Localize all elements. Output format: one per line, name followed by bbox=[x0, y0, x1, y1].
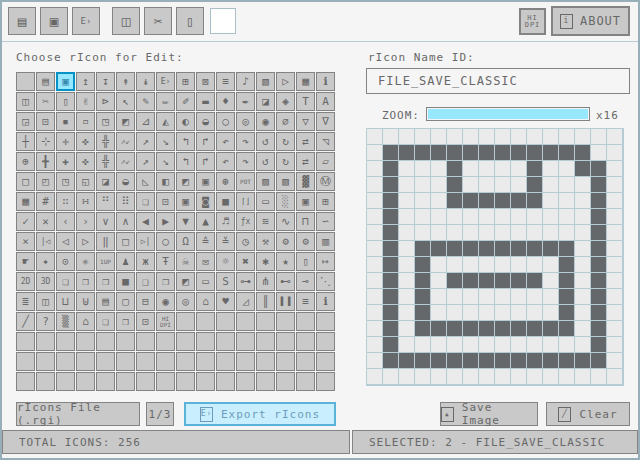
canvas-pixel-0-12[interactable] bbox=[367, 321, 383, 337]
canvas-pixel-12-0[interactable] bbox=[559, 129, 575, 145]
grid-icon-empty[interactable] bbox=[176, 312, 195, 331]
grid-icon-life-bars[interactable]: ≡ bbox=[296, 292, 315, 311]
canvas-pixel-3-4[interactable] bbox=[415, 193, 431, 209]
grid-icon-empty[interactable] bbox=[76, 332, 95, 351]
canvas-pixel-11-9[interactable] bbox=[543, 273, 559, 289]
canvas-pixel-10-9[interactable] bbox=[527, 273, 543, 289]
canvas-pixel-13-9[interactable] bbox=[575, 273, 591, 289]
canvas-pixel-15-9[interactable] bbox=[607, 273, 623, 289]
canvas-pixel-12-12[interactable] bbox=[559, 321, 575, 337]
canvas-pixel-10-3[interactable] bbox=[527, 177, 543, 193]
grid-icon-empty[interactable] bbox=[76, 352, 95, 371]
grid-icon-rubber[interactable]: ◪ bbox=[256, 92, 275, 111]
canvas-pixel-2-2[interactable] bbox=[399, 161, 415, 177]
grid-icon-empty[interactable] bbox=[296, 372, 315, 391]
grid-icon-suitcase-zip[interactable]: ⊎ bbox=[76, 292, 95, 311]
grid-icon-demon[interactable]: ☠ bbox=[176, 252, 195, 271]
canvas-pixel-3-1[interactable] bbox=[415, 145, 431, 161]
grid-icon-rotate-fill[interactable]: ↺ bbox=[256, 152, 275, 171]
canvas-pixel-9-9[interactable] bbox=[511, 273, 527, 289]
grid-icon-photo-camera[interactable]: ◉ bbox=[156, 292, 175, 311]
canvas-pixel-15-13[interactable] bbox=[607, 337, 623, 353]
grid-icon-star[interactable]: ★ bbox=[276, 252, 295, 271]
canvas-pixel-0-11[interactable] bbox=[367, 305, 383, 321]
canvas-pixel-8-6[interactable] bbox=[495, 225, 511, 241]
canvas-pixel-9-4[interactable] bbox=[511, 193, 527, 209]
canvas-pixel-13-2[interactable] bbox=[575, 161, 591, 177]
canvas-pixel-6-11[interactable] bbox=[463, 305, 479, 321]
grid-icon-empty[interactable] bbox=[36, 352, 55, 371]
grid-icon-wave[interactable]: ≋ bbox=[256, 212, 275, 231]
grid-icon-vertical-bars[interactable]: ║ bbox=[256, 292, 275, 311]
canvas-pixel-7-2[interactable] bbox=[479, 161, 495, 177]
canvas-pixel-15-11[interactable] bbox=[607, 305, 623, 321]
canvas-pixel-2-0[interactable] bbox=[399, 129, 415, 145]
grid-icon-zoom-big[interactable]: ◙ bbox=[196, 192, 215, 211]
canvas-pixel-6-0[interactable] bbox=[463, 129, 479, 145]
canvas-pixel-9-3[interactable] bbox=[511, 177, 527, 193]
canvas-pixel-14-12[interactable] bbox=[591, 321, 607, 337]
canvas-pixel-14-3[interactable] bbox=[591, 177, 607, 193]
grid-icon-eye-on[interactable]: ◉ bbox=[256, 112, 275, 131]
canvas-pixel-14-6[interactable] bbox=[591, 225, 607, 241]
canvas-pixel-0-0[interactable] bbox=[367, 129, 383, 145]
canvas-pixel-9-10[interactable] bbox=[511, 289, 527, 305]
canvas-pixel-11-15[interactable] bbox=[543, 369, 559, 385]
canvas-pixel-0-3[interactable] bbox=[367, 177, 383, 193]
canvas-pixel-8-0[interactable] bbox=[495, 129, 511, 145]
canvas-pixel-7-12[interactable] bbox=[479, 321, 495, 337]
grid-icon-empty[interactable] bbox=[256, 352, 275, 371]
canvas-pixel-14-2[interactable] bbox=[591, 161, 607, 177]
grid-icon-player-previous[interactable]: |◁ bbox=[36, 232, 55, 251]
grid-icon-empty[interactable] bbox=[56, 352, 75, 371]
canvas-pixel-9-8[interactable] bbox=[511, 257, 527, 273]
canvas-pixel-13-15[interactable] bbox=[575, 369, 591, 385]
grid-icon-cube-face-right[interactable]: ❒ bbox=[156, 272, 175, 291]
canvas-pixel-9-1[interactable] bbox=[511, 145, 527, 161]
grid-icon-filetype-audio[interactable]: ♪ bbox=[236, 72, 255, 91]
grid-icon-empty[interactable] bbox=[16, 332, 35, 351]
canvas-pixel-9-6[interactable] bbox=[511, 225, 527, 241]
canvas-pixel-7-4[interactable] bbox=[479, 193, 495, 209]
grid-icon-box-bottom-right[interactable]: ◪ bbox=[96, 172, 115, 191]
grid-icon-link[interactable]: ⊸ bbox=[296, 272, 315, 291]
grid-icon-camera[interactable]: ▭ bbox=[196, 272, 215, 291]
grid-icon-brush-painter[interactable]: ▬ bbox=[196, 92, 215, 111]
canvas-pixel-6-5[interactable] bbox=[463, 209, 479, 225]
grid-icon-special[interactable]: S bbox=[216, 272, 235, 291]
canvas-pixel-11-0[interactable] bbox=[543, 129, 559, 145]
grid-icon-player-play-back[interactable]: ◁ bbox=[56, 232, 75, 251]
grid-icon-hidpi[interactable]: HI DPI bbox=[156, 312, 175, 331]
grid-icon-grid[interactable]: # bbox=[36, 192, 55, 211]
canvas-pixel-9-0[interactable] bbox=[511, 129, 527, 145]
canvas-pixel-4-10[interactable] bbox=[431, 289, 447, 305]
canvas-pixel-13-6[interactable] bbox=[575, 225, 591, 241]
clear-button[interactable]: ╱ Clear bbox=[546, 402, 630, 426]
canvas-pixel-9-2[interactable] bbox=[511, 161, 527, 177]
canvas-pixel-12-2[interactable] bbox=[559, 161, 575, 177]
grid-icon-empty[interactable] bbox=[256, 372, 275, 391]
canvas-pixel-12-6[interactable] bbox=[559, 225, 575, 241]
canvas-pixel-1-8[interactable] bbox=[383, 257, 399, 273]
canvas-pixel-10-8[interactable] bbox=[527, 257, 543, 273]
grid-icon-arrow-up-fill[interactable]: ▲ bbox=[196, 212, 215, 231]
grid-icon-lens[interactable]: ○ bbox=[216, 112, 235, 131]
canvas-pixel-11-2[interactable] bbox=[543, 161, 559, 177]
canvas-pixel-6-8[interactable] bbox=[463, 257, 479, 273]
grid-icon-box-top-left[interactable]: ◩ bbox=[176, 172, 195, 191]
grid-icon-empty[interactable] bbox=[156, 372, 175, 391]
grid-icon-file-export[interactable]: E› bbox=[156, 72, 175, 91]
grid-icon-resize[interactable]: ⊡ bbox=[36, 112, 55, 131]
grid-icon-file-cut[interactable]: ✂ bbox=[36, 92, 55, 111]
grid-icon-dithering[interactable]: ▓ bbox=[296, 172, 315, 191]
grid-icon-symmetry[interactable]: ◭ bbox=[156, 112, 175, 131]
grid-icon-house[interactable]: ⌂ bbox=[196, 292, 215, 311]
grid-icon-notebook[interactable]: ◫ bbox=[36, 292, 55, 311]
canvas-pixel-13-4[interactable] bbox=[575, 193, 591, 209]
grid-icon-printer[interactable]: ⊟ bbox=[136, 292, 155, 311]
canvas-pixel-6-7[interactable] bbox=[463, 241, 479, 257]
grid-icon-exit[interactable]: ↦ bbox=[316, 252, 335, 271]
canvas-pixel-4-1[interactable] bbox=[431, 145, 447, 161]
canvas-pixel-10-5[interactable] bbox=[527, 209, 543, 225]
grid-icon-player-jump[interactable]: ж bbox=[136, 252, 155, 271]
